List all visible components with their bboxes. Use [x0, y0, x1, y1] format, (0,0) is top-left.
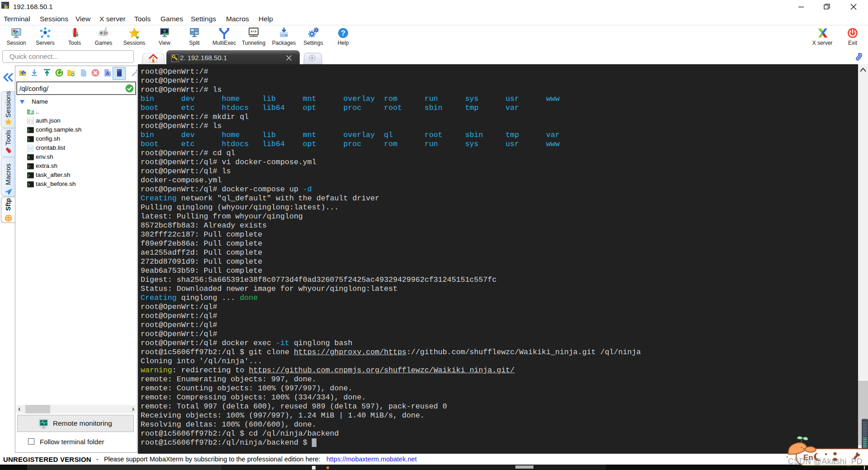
svg-text:A: A [106, 71, 109, 76]
svg-text:{): {) [28, 119, 33, 124]
svg-text:?: ? [341, 29, 345, 37]
